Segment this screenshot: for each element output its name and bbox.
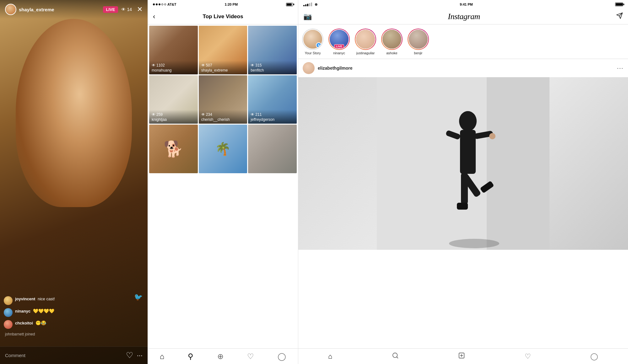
story-circle — [355, 29, 376, 50]
tab-add-icon[interactable] — [458, 352, 465, 361]
tab-home[interactable]: ⌂ — [160, 352, 165, 361]
story-item-benjir[interactable]: benjir — [408, 29, 429, 55]
svg-point-8 — [489, 133, 495, 139]
story-circle — [408, 29, 429, 50]
heart-button[interactable]: ♡ — [126, 351, 133, 360]
status-time: 9:41 PM — [460, 3, 473, 6]
post-avatar — [303, 62, 315, 74]
top-live-panel: AT&T 1:20 PM ‹ Top Live Videos 👁 1102 mo… — [148, 0, 298, 364]
comment-item: chckoitoi 😶😂 — [4, 320, 125, 329]
comment-item: joyvincent nice cast! — [4, 296, 125, 305]
live-top-bar: shayla_extreme LIVE 👁 14 ✕ — [0, 0, 148, 19]
eye-icon: 👁 — [201, 112, 205, 117]
tab-search[interactable]: ⚲ — [188, 352, 193, 361]
post-image-svg — [298, 77, 628, 250]
video-grid: 👁 1102 monahuang 👁 507 shayla_extreme 👁 … — [148, 24, 298, 348]
signal-area: AT&T — [153, 3, 176, 6]
comment-input-placeholder[interactable]: Comment — [5, 353, 121, 358]
tab-profile-icon[interactable]: ◯ — [590, 352, 598, 361]
more-button[interactable]: ··· — [137, 351, 143, 360]
svg-point-4 — [459, 111, 477, 131]
camera-icon[interactable]: 📷 — [303, 13, 312, 21]
comment-avatar — [4, 308, 13, 317]
eye-icon: 👁 — [251, 112, 254, 117]
feed-tab-bar: ⌂ ♡ ◯ — [298, 348, 628, 364]
story-item-ashoke[interactable]: ashoke — [381, 29, 403, 55]
eye-icon: 👁 — [251, 63, 254, 67]
video-cell-cherish[interactable]: 👁 234 cherish__cherish — [199, 75, 247, 124]
post-more-button[interactable]: ··· — [617, 65, 624, 72]
video-cell-dog[interactable]: 🐕 — [149, 125, 198, 173]
tab-heart[interactable]: ♡ — [247, 352, 254, 361]
comment-text: chckoitoi 😶😂 — [15, 320, 46, 326]
svg-line-15 — [397, 357, 398, 358]
stories-row: + Your Story LIVE ninanyc j — [298, 24, 628, 59]
eye-icon: 👁 — [121, 7, 126, 12]
post-image — [298, 77, 628, 250]
live-bottom-bar: Comment ♡ ··· — [0, 346, 148, 364]
video-cell-monahuang[interactable]: 👁 1102 monahuang — [149, 26, 198, 74]
comment-text: ninanyc 💛💛💛💛 — [15, 308, 54, 314]
svg-rect-3 — [487, 77, 550, 250]
signal-area: ⊗ — [303, 3, 317, 7]
comment-text: joyvincent nice cast! — [15, 296, 55, 302]
eye-icon: 👁 — [152, 112, 155, 117]
streamer-avatar — [5, 4, 16, 15]
heart-float: 🐦 — [134, 293, 143, 301]
svg-point-13 — [449, 239, 499, 248]
story-item-ninanyc[interactable]: LIVE ninanyc — [328, 29, 350, 55]
tab-bar: ⌂ ⚲ ⊕ ♡ ◯ — [148, 348, 298, 364]
story-circle — [381, 29, 403, 50]
story-label: ninanyc — [333, 51, 345, 55]
story-item-your-story[interactable]: + Your Story — [302, 29, 323, 55]
live-stream-panel: shayla_extreme LIVE 👁 14 ✕ joyvincent ni… — [0, 0, 148, 364]
svg-rect-5 — [460, 130, 476, 174]
instagram-feed-panel: ⊗ 9:41 PM 📷 Instagram — [298, 0, 628, 364]
grid-row: 👁 259 knightjaa 👁 234 cherish__cherish 👁… — [149, 75, 297, 124]
post-header: elizabethgilmore ··· — [298, 59, 628, 77]
grid-row: 👁 1102 monahuang 👁 507 shayla_extreme 👁 … — [149, 26, 297, 74]
battery-area — [615, 3, 623, 6]
eye-icon: 👁 — [152, 63, 155, 67]
tab-heart-icon[interactable]: ♡ — [525, 352, 531, 361]
instagram-logo: Instagram — [448, 12, 480, 21]
grid-row: 🐕 🌴 — [149, 125, 297, 173]
story-item-justinaguilar[interactable]: justinaguilar — [355, 29, 376, 55]
face-highlight — [16, 19, 132, 207]
comment-avatar — [4, 320, 13, 329]
joined-notice: johnbarnett joined — [4, 332, 125, 336]
video-cell-selfie[interactable] — [248, 125, 297, 173]
video-cell-palms[interactable]: 🌴 — [199, 125, 247, 173]
video-cell-knightjaa[interactable]: 👁 259 knightjaa — [149, 75, 198, 124]
viewer-count: 👁 14 — [121, 7, 132, 12]
status-bar: ⊗ 9:41 PM — [298, 0, 628, 9]
instagram-header: 📷 Instagram — [298, 9, 628, 24]
live-story-badge: LIVE — [334, 44, 344, 49]
nav-bar: ‹ Top Live Videos — [148, 9, 298, 24]
tab-camera[interactable]: ⊕ — [217, 352, 224, 361]
tab-search-icon[interactable] — [392, 352, 399, 361]
post-username[interactable]: elizabethgilmore — [318, 66, 617, 71]
video-cell-shayla[interactable]: 👁 507 shayla_extreme — [199, 26, 247, 74]
network-type: ⊗ — [315, 3, 317, 7]
comments-area: joyvincent nice cast! ninanyc 💛💛💛💛 chcko… — [0, 296, 129, 339]
eye-icon: 👁 — [201, 63, 205, 67]
comment-avatar — [4, 296, 13, 305]
tab-home-icon[interactable]: ⌂ — [328, 352, 332, 361]
page-title: Top Live Videos — [203, 13, 243, 20]
story-label: benjir — [414, 51, 423, 55]
live-badge: LIVE — [103, 6, 118, 13]
story-label: ashoke — [386, 51, 397, 55]
video-cell-benfitch[interactable]: 👁 315 benfitch — [248, 26, 297, 74]
send-icon[interactable] — [616, 12, 623, 21]
video-cell-jeffreydg[interactable]: 👁 211 jeffreydgerson — [248, 75, 297, 124]
close-button[interactable]: ✕ — [137, 5, 143, 13]
story-label: Your Story — [305, 51, 321, 55]
back-button[interactable]: ‹ — [153, 13, 155, 21]
status-bar: AT&T 1:20 PM — [148, 0, 298, 9]
story-circle: LIVE — [328, 29, 350, 50]
tab-profile[interactable]: ◯ — [278, 352, 286, 361]
story-label: justinaguilar — [356, 51, 375, 55]
svg-rect-10 — [457, 203, 468, 210]
carrier-name: AT&T — [167, 3, 176, 6]
